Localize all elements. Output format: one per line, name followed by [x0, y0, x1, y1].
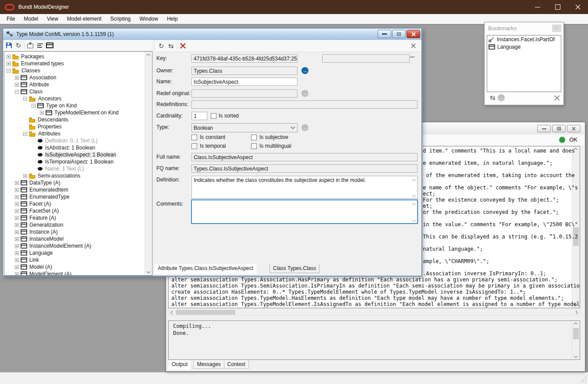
tree-item[interactable]: −Ancestors: [23, 95, 61, 102]
detail-tab[interactable]: Attribute Types.Class.IsSubjectiveAspect: [155, 264, 256, 274]
collapse-icon[interactable]: −: [15, 90, 19, 94]
bookmark-item[interactable]: Language: [487, 43, 561, 50]
expand-icon[interactable]: +: [15, 181, 19, 185]
tree-item[interactable]: +Semi-associations: [23, 172, 80, 179]
tree-item[interactable]: +FacetSet (A): [15, 207, 59, 214]
comments-textarea[interactable]: [191, 200, 418, 224]
tree-item[interactable]: +Language: [15, 249, 53, 256]
expand-icon[interactable]: +: [40, 111, 44, 115]
tree-item[interactable]: +DataType (A): [15, 179, 60, 186]
redef-goto-button[interactable]: →: [301, 90, 308, 97]
sort-button[interactable]: [35, 41, 45, 50]
expand-icon[interactable]: +: [15, 272, 19, 276]
child-close-button[interactable]: [407, 30, 420, 38]
tree-item[interactable]: +EnumeratedItem: [15, 186, 68, 193]
tree-item[interactable]: +TypeModelElement on Kind: [40, 109, 119, 116]
is-sorted-checkbox[interactable]: [211, 113, 216, 119]
scroll-thumb[interactable]: [573, 328, 579, 339]
expand-icon[interactable]: +: [15, 83, 19, 87]
collapse-icon[interactable]: −: [23, 132, 27, 136]
tree-item[interactable]: +Packages: [7, 53, 44, 60]
tree-item[interactable]: −Attributes: [23, 130, 60, 137]
type-dropdown[interactable]: Boolean: [191, 123, 298, 132]
script-close-button[interactable]: [567, 125, 581, 132]
scroll-down-arrow[interactable]: [146, 270, 151, 274]
expand-icon[interactable]: +: [15, 258, 19, 262]
tree-item[interactable]: +Association: [15, 74, 56, 81]
menu-file[interactable]: File: [2, 16, 19, 22]
expand-icon[interactable]: +: [15, 223, 19, 227]
scroll-right-arrow[interactable]: [575, 310, 578, 315]
tree-item[interactable]: −Type on Kind: [32, 102, 77, 109]
reload-button[interactable]: ↻: [156, 41, 166, 51]
tree-vscrollbar[interactable]: [145, 52, 152, 275]
tree-item[interactable]: Definition: 0..1 Text (L): [32, 137, 98, 144]
menu-model-element[interactable]: Model element: [63, 16, 106, 22]
tree-item[interactable]: +EnumeratedType: [15, 193, 69, 200]
expand-icon[interactable]: +: [15, 216, 19, 220]
tree-item[interactable]: +Instance (A): [15, 228, 58, 235]
tab-context[interactable]: Context: [224, 360, 249, 369]
menu-view[interactable]: View: [43, 16, 63, 22]
menu-model[interactable]: Model: [19, 16, 43, 22]
child-restore-button[interactable]: [392, 30, 406, 38]
type-goto-button[interactable]: →: [301, 124, 308, 131]
expand-icon[interactable]: +: [15, 202, 19, 206]
owner-goto-button[interactable]: →: [301, 67, 308, 74]
bookmarks-delete-button[interactable]: [553, 94, 561, 102]
collapse-icon[interactable]: −: [23, 97, 27, 101]
bookmarks-list[interactable]: Instances.Facet.IsPartOfLanguage: [487, 35, 561, 92]
refresh-button[interactable]: ↻: [14, 41, 23, 50]
app-close-button[interactable]: [568, 0, 588, 14]
swap-button[interactable]: ⇆: [166, 41, 176, 51]
child-minimize-button[interactable]: [378, 30, 391, 38]
bookmark-item[interactable]: Instances.Facet.IsPartOf: [487, 36, 561, 43]
expand-icon[interactable]: +: [15, 76, 19, 80]
tree-item[interactable]: +InstanceModelElement (A): [15, 242, 91, 249]
app-minimize-button[interactable]: [528, 0, 548, 14]
scroll-down-arrow[interactable]: [574, 355, 578, 359]
tab-output[interactable]: Output: [169, 360, 191, 370]
collapse-icon[interactable]: −: [32, 104, 35, 108]
expand-icon[interactable]: +: [15, 209, 19, 213]
is-constant-checkbox[interactable]: [191, 135, 197, 140]
code-hscrollbar[interactable]: [168, 309, 580, 316]
bookmarks-close-button[interactable]: x: [552, 25, 561, 32]
panel-close-button[interactable]: [408, 41, 418, 51]
expand-icon[interactable]: +: [15, 188, 19, 192]
scroll-down-arrow[interactable]: [412, 193, 416, 197]
tree-item[interactable]: −Class: [15, 88, 43, 95]
expand-icon[interactable]: +: [7, 55, 11, 59]
tree-item[interactable]: +Attribute: [15, 81, 49, 88]
tree-item[interactable]: IsTemporalAspect: 1 Boolean: [32, 158, 113, 165]
bookmarks-swap-button[interactable]: ⇆: [488, 93, 497, 102]
tree-item[interactable]: +ModelElement (A): [15, 270, 71, 276]
tab-messages[interactable]: Messages: [193, 360, 224, 369]
tree-item[interactable]: Descendants: [23, 116, 68, 123]
script-restore-button[interactable]: [552, 125, 566, 132]
is-subjective-checkbox[interactable]: [251, 135, 257, 140]
menu-help[interactable]: Help: [163, 16, 182, 22]
bookmarks-goto-button[interactable]: →: [498, 94, 505, 101]
expand-icon[interactable]: +: [15, 244, 19, 248]
tree-item[interactable]: +InstanceModel: [15, 235, 64, 242]
menu-window[interactable]: Window: [135, 16, 163, 22]
expand-icon[interactable]: +: [15, 230, 19, 234]
scroll-up-arrow[interactable]: [146, 53, 151, 57]
is-multilingual-checkbox[interactable]: [251, 143, 257, 149]
collapse-icon[interactable]: −: [7, 69, 11, 73]
menu-scripting[interactable]: Scripting: [106, 16, 135, 22]
delete-button[interactable]: [178, 41, 188, 51]
script-minimize-button[interactable]: [537, 125, 551, 132]
tree-item[interactable]: IsSubjectiveAspect: 1 Boolean: [32, 151, 116, 158]
scroll-down-arrow[interactable]: [412, 218, 416, 222]
definition-textarea[interactable]: Indicates whether the class constitutes …: [191, 176, 418, 199]
save-button[interactable]: [4, 41, 14, 50]
tree-item[interactable]: +Model (A): [15, 263, 52, 270]
name-field[interactable]: IsSubjectiveAspect: [191, 78, 298, 86]
cardinality-field[interactable]: 1: [191, 112, 207, 120]
expand-icon[interactable]: +: [7, 62, 11, 66]
tree-item[interactable]: −Classes: [7, 67, 40, 74]
key-more-button[interactable]: ...: [410, 53, 414, 59]
is-temporal-checkbox[interactable]: [191, 143, 197, 149]
